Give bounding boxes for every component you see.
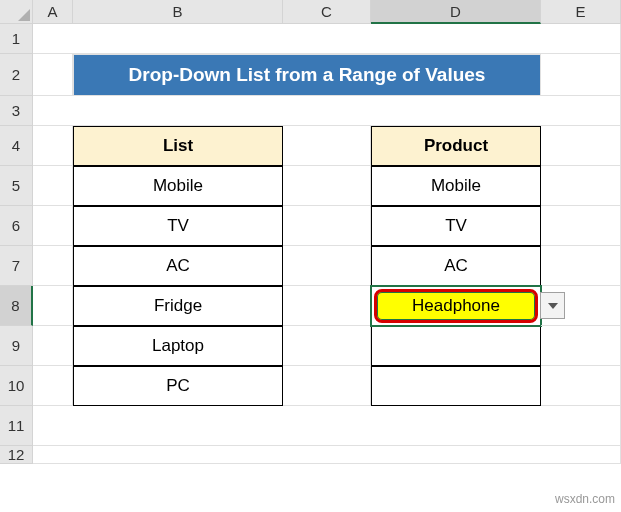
cell[interactable]	[541, 166, 621, 206]
row-header-6[interactable]: 6	[0, 206, 33, 246]
active-cell-value: Headphone	[412, 296, 500, 316]
cell[interactable]	[33, 326, 73, 366]
cell[interactable]	[541, 366, 621, 406]
row-header-7[interactable]: 7	[0, 246, 33, 286]
cell[interactable]	[283, 286, 371, 326]
select-all-corner[interactable]	[0, 0, 33, 24]
cell[interactable]	[541, 286, 621, 326]
cell[interactable]	[33, 96, 621, 126]
product-header[interactable]: Product	[371, 126, 541, 166]
list-item[interactable]: Fridge	[73, 286, 283, 326]
row-header-5[interactable]: 5	[0, 166, 33, 206]
list-item[interactable]: PC	[73, 366, 283, 406]
row-header-8[interactable]: 8	[0, 286, 33, 326]
list-item[interactable]: Mobile	[73, 166, 283, 206]
product-item[interactable]: AC	[371, 246, 541, 286]
chevron-down-icon	[548, 303, 558, 309]
title-banner: Drop-Down List from a Range of Values	[73, 54, 541, 96]
cell[interactable]	[541, 206, 621, 246]
cell[interactable]	[33, 286, 73, 326]
cell[interactable]	[541, 326, 621, 366]
cell[interactable]	[33, 446, 621, 464]
spreadsheet-grid: A B C D E 1 2 Drop-Down List from a Rang…	[0, 0, 621, 464]
row-header-4[interactable]: 4	[0, 126, 33, 166]
row-header-2[interactable]: 2	[0, 54, 33, 96]
cell[interactable]	[283, 366, 371, 406]
row-header-10[interactable]: 10	[0, 366, 33, 406]
cell[interactable]	[33, 406, 621, 446]
product-item[interactable]: TV	[371, 206, 541, 246]
list-item[interactable]: TV	[73, 206, 283, 246]
cell[interactable]	[33, 246, 73, 286]
cell[interactable]	[541, 126, 621, 166]
list-header[interactable]: List	[73, 126, 283, 166]
cell[interactable]	[33, 126, 73, 166]
cell[interactable]	[541, 54, 621, 96]
col-header-A[interactable]: A	[33, 0, 73, 24]
row-header-12[interactable]: 12	[0, 446, 33, 464]
row-header-11[interactable]: 11	[0, 406, 33, 446]
active-cell-highlight: Headphone	[374, 289, 538, 323]
col-header-D[interactable]: D	[371, 0, 541, 24]
product-item[interactable]	[371, 366, 541, 406]
cell[interactable]	[33, 166, 73, 206]
dropdown-button[interactable]	[540, 292, 565, 319]
row-header-3[interactable]: 3	[0, 96, 33, 126]
row-header-1[interactable]: 1	[0, 24, 33, 54]
cell[interactable]	[33, 206, 73, 246]
cell[interactable]	[283, 206, 371, 246]
col-header-B[interactable]: B	[73, 0, 283, 24]
cell[interactable]	[33, 366, 73, 406]
watermark: wsxdn.com	[555, 492, 615, 506]
cell[interactable]	[283, 326, 371, 366]
col-header-E[interactable]: E	[541, 0, 621, 24]
list-item[interactable]: Laptop	[73, 326, 283, 366]
cell[interactable]	[33, 24, 621, 54]
product-item-active[interactable]: Headphone	[371, 286, 541, 326]
row-header-9[interactable]: 9	[0, 326, 33, 366]
cell[interactable]	[541, 246, 621, 286]
cell[interactable]	[283, 246, 371, 286]
cell[interactable]	[283, 166, 371, 206]
list-item[interactable]: AC	[73, 246, 283, 286]
cell[interactable]	[33, 54, 73, 96]
product-item[interactable]	[371, 326, 541, 366]
col-header-C[interactable]: C	[283, 0, 371, 24]
cell[interactable]	[283, 126, 371, 166]
product-item[interactable]: Mobile	[371, 166, 541, 206]
